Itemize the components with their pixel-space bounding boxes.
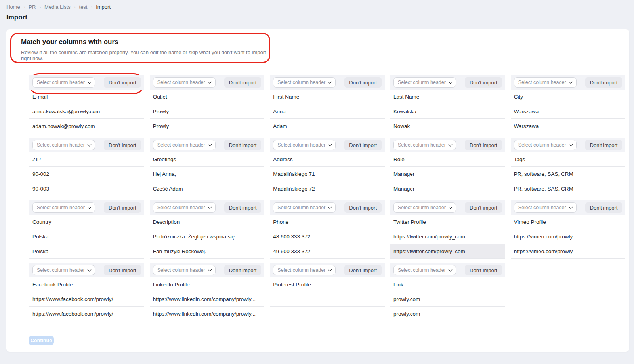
column-controls-row: Select column header Don't import <box>390 138 505 152</box>
chevron-down-icon <box>569 80 573 84</box>
column-header-select[interactable]: Select column header <box>32 140 95 150</box>
page-title: Import <box>6 13 27 21</box>
dont-import-button[interactable]: Don't import <box>224 265 262 275</box>
column-block: Select column header Don't import Descri… <box>150 200 265 259</box>
select-placeholder: Select column header <box>157 142 205 148</box>
select-placeholder: Select column header <box>398 267 446 273</box>
data-cell: Hej Anna, <box>150 167 265 181</box>
data-cell: https://vimeo.com/prowly <box>511 229 626 244</box>
dont-import-button[interactable]: Don't import <box>104 202 141 213</box>
dont-import-button[interactable]: Don't import <box>585 77 623 88</box>
column-header-select[interactable]: Select column header <box>393 77 456 88</box>
dont-import-button[interactable]: Don't import <box>344 265 382 275</box>
data-cell: Manager <box>390 181 505 196</box>
chevron-down-icon <box>569 142 573 146</box>
column-header-cell: First Name <box>270 90 385 104</box>
dont-import-button[interactable]: Don't import <box>344 140 382 150</box>
breadcrumb-separator-icon: › <box>39 5 41 10</box>
column-header-cell: Twitter Profile <box>390 215 505 229</box>
column-block: Select column header Don't import E-mail… <box>29 75 144 133</box>
column-block: Select column header Don't import Linked… <box>150 263 265 321</box>
column-header-select[interactable]: Select column header <box>273 265 336 275</box>
column-header-select[interactable]: Select column header <box>393 140 456 150</box>
column-header-select[interactable]: Select column header <box>514 140 577 150</box>
select-placeholder: Select column header <box>157 80 205 85</box>
dont-import-button[interactable]: Don't import <box>224 77 262 88</box>
column-block: Select column header Don't import Addres… <box>270 138 385 196</box>
breadcrumb-item[interactable]: PR <box>29 4 36 10</box>
column-header-select[interactable]: Select column header <box>514 202 577 213</box>
breadcrumb-item[interactable]: test <box>79 4 88 10</box>
select-placeholder: Select column header <box>277 80 325 85</box>
chevron-down-icon <box>88 80 92 84</box>
select-placeholder: Select column header <box>277 267 325 273</box>
continue-button[interactable]: Continue <box>29 336 54 345</box>
select-placeholder: Select column header <box>37 142 85 148</box>
data-cell <box>270 292 385 307</box>
dont-import-button[interactable]: Don't import <box>224 140 262 150</box>
data-cell: Kowalska <box>390 104 505 119</box>
column-header-select[interactable]: Select column header <box>273 77 336 88</box>
column-header-select[interactable]: Select column header <box>32 265 95 275</box>
column-header-select[interactable]: Select column header <box>514 77 577 88</box>
breadcrumb-item[interactable]: Media Lists <box>44 4 71 10</box>
select-placeholder: Select column header <box>398 80 446 85</box>
data-cell: 90-003 <box>29 181 144 196</box>
chevron-down-icon <box>208 205 212 209</box>
column-header-cell: Greetings <box>150 152 265 167</box>
data-cell: Prowly <box>150 119 265 133</box>
data-cell: https://twitter.com/prowly_com <box>390 244 505 259</box>
data-cell: Warszawa <box>511 119 626 133</box>
dont-import-button[interactable]: Don't import <box>344 202 382 213</box>
dont-import-button[interactable]: Don't import <box>465 140 502 150</box>
dont-import-button[interactable]: Don't import <box>104 140 141 150</box>
data-cell: https://twitter.com/prowly_com <box>390 229 505 244</box>
dont-import-button[interactable]: Don't import <box>465 265 502 275</box>
select-placeholder: Select column header <box>157 205 205 210</box>
column-header-select[interactable]: Select column header <box>273 202 336 213</box>
column-controls-row: Select column header Don't import <box>511 200 626 215</box>
column-header-select[interactable]: Select column header <box>393 202 456 213</box>
dont-import-button[interactable]: Don't import <box>104 265 141 275</box>
column-header-select[interactable]: Select column header <box>153 265 216 275</box>
column-header-select[interactable]: Select column header <box>153 140 216 150</box>
column-header-cell: Tags <box>511 152 626 167</box>
dont-import-button[interactable]: Don't import <box>585 140 623 150</box>
data-cell: prowly.com <box>390 307 505 321</box>
dont-import-button[interactable]: Don't import <box>344 77 382 88</box>
column-header-select[interactable]: Select column header <box>273 140 336 150</box>
data-cell: Madalińskiego 72 <box>270 181 385 196</box>
column-header-select[interactable]: Select column header <box>153 77 216 88</box>
dont-import-button[interactable]: Don't import <box>465 202 502 213</box>
column-header-cell: Role <box>390 152 505 167</box>
column-header-cell: Outlet <box>150 90 265 104</box>
column-controls-row: Select column header Don't import <box>511 138 626 152</box>
dont-import-button[interactable]: Don't import <box>585 202 623 213</box>
column-group: Select column header Don't import E-mail… <box>29 75 609 133</box>
chevron-down-icon <box>88 205 92 209</box>
dont-import-button[interactable]: Don't import <box>465 77 502 88</box>
select-placeholder: Select column header <box>37 267 85 273</box>
intro-subtitle: Review if all the columns are matched pr… <box>21 50 275 61</box>
column-controls-row: Select column header Don't import <box>29 263 144 277</box>
data-cell: https://www.facebook.com/prowly/ <box>29 307 144 321</box>
column-controls-row: Select column header Don't import <box>270 200 385 215</box>
breadcrumb-item[interactable]: Home <box>6 4 20 10</box>
dont-import-button[interactable]: Don't import <box>224 202 262 213</box>
chevron-down-icon <box>88 267 92 271</box>
select-placeholder: Select column header <box>37 80 85 85</box>
data-cell: PR, software, SAS, CRM <box>511 181 626 196</box>
breadcrumb-item[interactable]: Import <box>96 4 111 10</box>
column-header-cell: Link <box>390 277 505 292</box>
chevron-down-icon <box>569 205 573 209</box>
data-cell <box>270 307 385 321</box>
column-header-select[interactable]: Select column header <box>32 77 95 88</box>
data-cell: Adam <box>270 119 385 133</box>
breadcrumb: Home›PR›Media Lists›test›Import <box>6 4 111 10</box>
chevron-down-icon <box>328 142 332 146</box>
column-header-select[interactable]: Select column header <box>393 265 456 275</box>
dont-import-button[interactable]: Don't import <box>104 77 141 88</box>
data-cell: adam.nowak@prowly.com <box>29 119 144 133</box>
column-header-select[interactable]: Select column header <box>32 202 95 213</box>
column-header-select[interactable]: Select column header <box>153 202 216 213</box>
